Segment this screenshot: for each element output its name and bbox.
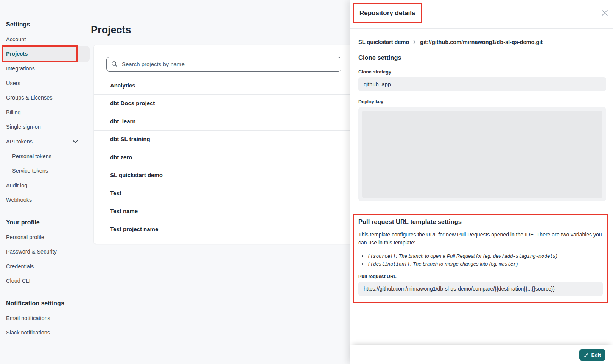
sidebar-item-audit-log[interactable]: Audit log bbox=[0, 178, 91, 193]
sidebar-item-password-security[interactable]: Password & Security bbox=[0, 244, 91, 259]
sidebar-item-groups-licenses[interactable]: Groups & Licenses bbox=[0, 90, 91, 105]
sidebar-heading-notification-settings: Notification settings bbox=[0, 296, 91, 311]
deploy-key-field[interactable] bbox=[358, 107, 606, 201]
sidebar-item-email-notifications[interactable]: Email notifications bbox=[0, 311, 91, 325]
breadcrumb: SL quickstart demo git://github.com/mirn… bbox=[358, 39, 606, 45]
clone-strategy-label: Clone strategy bbox=[358, 69, 606, 75]
panel-title: Repository details bbox=[359, 9, 415, 17]
search-input[interactable] bbox=[121, 61, 336, 68]
breadcrumb-repo-url: git://github.com/mirnawong1/db-sl-qs-dem… bbox=[420, 39, 543, 45]
sidebar-item-billing[interactable]: Billing bbox=[0, 105, 91, 120]
panel-footer: Edit bbox=[350, 345, 613, 364]
clone-strategy-field[interactable]: github_app bbox=[358, 77, 606, 91]
edit-button[interactable]: Edit bbox=[579, 349, 606, 361]
page-title: Projects bbox=[91, 24, 131, 36]
edit-button-label: Edit bbox=[591, 352, 601, 358]
sidebar-item-personal-profile[interactable]: Personal profile bbox=[0, 230, 91, 244]
annotation-box-repository-details: Repository details bbox=[353, 3, 422, 23]
pull-request-template-description: This template configures the URL for new… bbox=[358, 231, 603, 247]
deploy-key-label: Deploy key bbox=[358, 99, 606, 104]
sidebar-item-projects[interactable]: Projects bbox=[0, 47, 91, 61]
sidebar-item-slack-notifications[interactable]: Slack notifications bbox=[0, 325, 91, 340]
sidebar-item-credentials[interactable]: Credentials bbox=[0, 259, 91, 274]
variable-destination-item: {{destination}}: The branch to merge cha… bbox=[367, 260, 603, 268]
variable-source-item: {{source}}: The branch to open a Pull Re… bbox=[367, 252, 603, 260]
clone-settings-heading: Clone settings bbox=[358, 54, 606, 61]
template-variable-list: {{source}}: The branch to open a Pull Re… bbox=[358, 252, 603, 268]
sidebar-item-personal-tokens[interactable]: Personal tokens bbox=[0, 149, 91, 163]
sidebar-item-cloud-cli[interactable]: Cloud CLI bbox=[0, 274, 91, 288]
pencil-icon bbox=[584, 353, 589, 358]
panel-body: SL quickstart demo git://github.com/mirn… bbox=[350, 39, 613, 303]
breadcrumb-project: SL quickstart demo bbox=[358, 39, 409, 45]
sidebar-item-account[interactable]: Account bbox=[0, 32, 91, 47]
deploy-key-redacted-content bbox=[362, 111, 602, 198]
clone-strategy-value: github_app bbox=[364, 81, 391, 87]
panel-header: Repository details bbox=[350, 0, 613, 29]
sidebar-item-service-tokens[interactable]: Service tokens bbox=[0, 163, 91, 178]
repository-details-panel: Repository details SL quickstart demo gi… bbox=[350, 0, 613, 364]
pull-request-url-field[interactable]: https://github.com/mirnawong1/db-sl-qs-d… bbox=[358, 282, 603, 296]
annotation-box-pull-request-section: Pull request URL template settings This … bbox=[353, 214, 608, 303]
search-icon bbox=[111, 61, 118, 67]
pull-request-url-value: https://github.com/mirnawong1/db-sl-qs-d… bbox=[364, 286, 555, 292]
sidebar-heading-settings: Settings bbox=[0, 17, 91, 32]
sidebar-item-single-sign-on[interactable]: Single sign-on bbox=[0, 120, 91, 134]
sidebar-item-integrations[interactable]: Integrations bbox=[0, 61, 91, 76]
sidebar-item-api-tokens[interactable]: API tokens bbox=[0, 134, 91, 149]
sidebar-heading-your-profile: Your profile bbox=[0, 215, 91, 230]
sidebar-item-webhooks[interactable]: Webhooks bbox=[0, 193, 91, 207]
settings-sidebar: Settings Account Projects Integrations U… bbox=[0, 17, 91, 340]
chevron-down-icon bbox=[73, 140, 78, 143]
project-search[interactable] bbox=[106, 57, 341, 72]
pull-request-template-heading: Pull request URL template settings bbox=[358, 218, 603, 226]
chevron-right-icon bbox=[413, 40, 416, 44]
close-icon[interactable] bbox=[601, 9, 608, 17]
pull-request-url-label: Pull request URL bbox=[358, 274, 603, 279]
sidebar-item-users[interactable]: Users bbox=[0, 76, 91, 90]
